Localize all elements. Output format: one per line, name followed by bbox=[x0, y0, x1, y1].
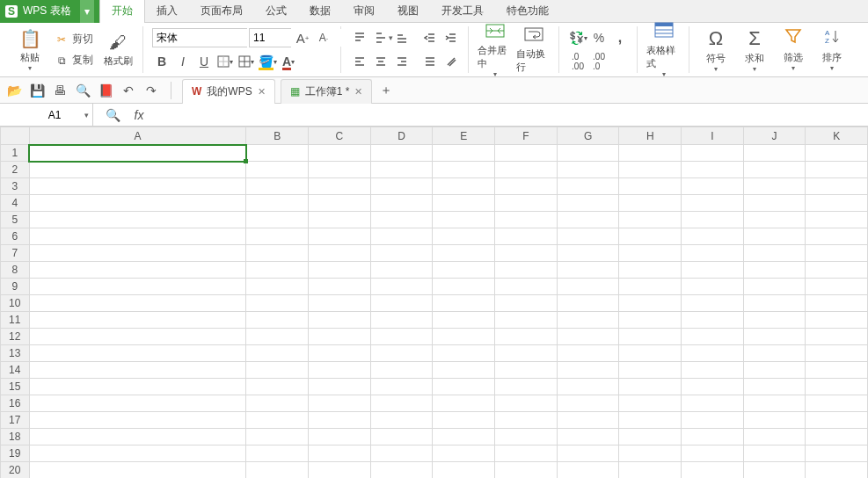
font-size-select[interactable]: ▾ bbox=[249, 28, 291, 47]
cell[interactable] bbox=[309, 429, 371, 445]
close-tab-icon[interactable]: ✕ bbox=[258, 86, 266, 98]
cell[interactable] bbox=[806, 145, 868, 162]
cell[interactable] bbox=[433, 162, 495, 178]
increase-indent-button[interactable] bbox=[441, 28, 461, 47]
cell[interactable] bbox=[246, 445, 309, 462]
cell[interactable] bbox=[743, 445, 806, 462]
cell[interactable] bbox=[370, 329, 433, 345]
close-tab-icon[interactable]: ✕ bbox=[354, 86, 362, 98]
cells-button[interactable]: ▾ bbox=[237, 52, 256, 71]
row-header[interactable]: 11 bbox=[1, 312, 30, 329]
cell[interactable] bbox=[557, 329, 619, 345]
cell[interactable] bbox=[682, 312, 744, 329]
cell[interactable] bbox=[309, 462, 371, 479]
cell[interactable] bbox=[433, 295, 495, 312]
cell[interactable] bbox=[29, 228, 246, 245]
column-header[interactable]: D bbox=[370, 127, 433, 145]
cell[interactable] bbox=[433, 445, 495, 462]
cell[interactable] bbox=[309, 329, 371, 345]
align-left-button[interactable] bbox=[350, 52, 369, 71]
cell[interactable] bbox=[29, 345, 246, 362]
cell[interactable] bbox=[246, 462, 309, 479]
doc-tab-workbook1[interactable]: ▦ 工作簿1 * ✕ bbox=[281, 79, 373, 104]
decrease-font-button[interactable]: A- bbox=[314, 28, 333, 47]
cell[interactable] bbox=[743, 412, 806, 429]
cell[interactable] bbox=[433, 412, 495, 429]
cell[interactable] bbox=[743, 212, 806, 228]
cell[interactable] bbox=[246, 295, 309, 312]
cell[interactable] bbox=[682, 362, 744, 379]
cell[interactable] bbox=[557, 228, 619, 245]
cell[interactable] bbox=[557, 395, 619, 412]
cell[interactable] bbox=[433, 245, 495, 262]
cell[interactable] bbox=[246, 412, 309, 429]
symbol-button[interactable]: Ω 符号 ▾ bbox=[698, 26, 733, 74]
cell[interactable] bbox=[246, 345, 309, 362]
redo-button[interactable]: ↷ bbox=[142, 82, 160, 99]
row-header[interactable]: 5 bbox=[1, 212, 30, 228]
cell[interactable] bbox=[370, 412, 433, 429]
cell[interactable] bbox=[29, 462, 246, 479]
print-button[interactable]: 🖶 bbox=[51, 82, 69, 99]
cell[interactable] bbox=[806, 162, 868, 178]
cell[interactable] bbox=[495, 212, 558, 228]
cell[interactable] bbox=[370, 312, 433, 329]
cell[interactable] bbox=[743, 462, 806, 479]
cell[interactable] bbox=[806, 245, 868, 262]
underline-button[interactable]: U bbox=[194, 52, 214, 71]
cut-button[interactable]: ✂ 剪切 bbox=[51, 30, 97, 48]
row-header[interactable]: 14 bbox=[1, 362, 30, 379]
cell[interactable] bbox=[557, 162, 619, 178]
cell[interactable] bbox=[806, 295, 868, 312]
increase-font-button[interactable]: A+ bbox=[293, 28, 312, 47]
distribute-h-button[interactable] bbox=[420, 52, 440, 71]
cell[interactable] bbox=[433, 262, 495, 279]
cell[interactable] bbox=[495, 195, 558, 212]
cell[interactable] bbox=[682, 279, 744, 295]
cell[interactable] bbox=[806, 195, 868, 212]
cell[interactable] bbox=[29, 329, 246, 345]
cell[interactable] bbox=[682, 462, 744, 479]
cell[interactable] bbox=[370, 279, 433, 295]
cell[interactable] bbox=[806, 379, 868, 395]
cell[interactable] bbox=[619, 412, 682, 429]
cell[interactable] bbox=[495, 178, 558, 195]
cell[interactable] bbox=[246, 362, 309, 379]
cell[interactable] bbox=[806, 362, 868, 379]
cell[interactable] bbox=[619, 162, 682, 178]
cell[interactable] bbox=[433, 462, 495, 479]
cell[interactable] bbox=[309, 312, 371, 329]
cell[interactable] bbox=[557, 345, 619, 362]
cell[interactable] bbox=[29, 178, 246, 195]
column-header[interactable]: K bbox=[806, 127, 868, 145]
row-header[interactable]: 12 bbox=[1, 329, 30, 345]
row-header[interactable]: 15 bbox=[1, 379, 30, 395]
cell[interactable] bbox=[806, 312, 868, 329]
cell[interactable] bbox=[557, 212, 619, 228]
cell[interactable] bbox=[246, 245, 309, 262]
formula-input[interactable] bbox=[158, 105, 868, 126]
cell[interactable] bbox=[682, 329, 744, 345]
cell[interactable] bbox=[495, 295, 558, 312]
cell[interactable] bbox=[246, 262, 309, 279]
cell[interactable] bbox=[29, 162, 246, 178]
cell[interactable] bbox=[495, 445, 558, 462]
cell[interactable] bbox=[495, 262, 558, 279]
cell[interactable] bbox=[246, 279, 309, 295]
cell[interactable] bbox=[557, 312, 619, 329]
cell[interactable] bbox=[433, 195, 495, 212]
cell[interactable] bbox=[29, 379, 246, 395]
cell[interactable] bbox=[309, 178, 371, 195]
cell[interactable] bbox=[309, 145, 371, 162]
cell[interactable] bbox=[495, 379, 558, 395]
undo-button[interactable]: ↶ bbox=[120, 82, 137, 99]
cell[interactable] bbox=[682, 262, 744, 279]
cell[interactable] bbox=[743, 262, 806, 279]
cell[interactable] bbox=[743, 429, 806, 445]
cell[interactable] bbox=[309, 262, 371, 279]
row-header[interactable]: 17 bbox=[1, 412, 30, 429]
cell[interactable] bbox=[682, 412, 744, 429]
cell[interactable] bbox=[29, 445, 246, 462]
name-box-input[interactable] bbox=[29, 109, 80, 121]
cell[interactable] bbox=[619, 228, 682, 245]
